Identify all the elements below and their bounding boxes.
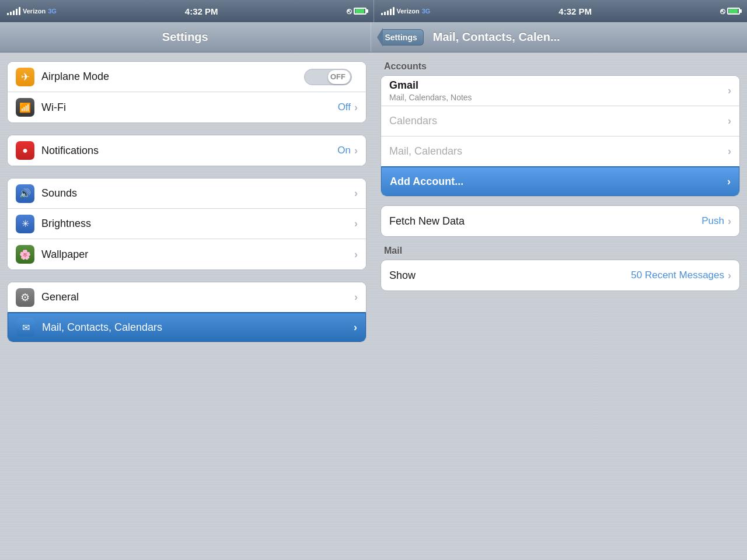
battery-left <box>354 8 366 15</box>
fetch-new-data-chevron: › <box>728 215 731 228</box>
status-bar: Verizon 3G 4:32 PM ⎋ Verizon 3G 4:32 PM … <box>0 0 747 22</box>
brightness-chevron: › <box>354 218 358 230</box>
airplane-mode-toggle[interactable]: OFF <box>304 69 352 85</box>
accounts-group: Gmail Mail, Calendars, Notes › Calendars… <box>381 75 740 197</box>
wifi-icon: 📶 <box>16 98 34 117</box>
bluetooth-icon-left: ⎋ <box>347 6 351 16</box>
fetch-group: Fetch New Data Push › <box>381 205 740 237</box>
mail-calendars-title: Mail, Calendars <box>389 145 728 158</box>
add-account-chevron: › <box>727 176 731 188</box>
calendars-chevron: › <box>728 115 731 127</box>
wallpaper-row[interactable]: 🌸 Wallpaper › <box>8 239 366 270</box>
left-panel: ✈ Airplane Mode OFF 📶 Wi-Fi Off › <box>0 52 374 560</box>
wallpaper-chevron: › <box>354 249 358 261</box>
status-bar-right: Verizon 3G 4:32 PM ⎋ <box>374 0 748 22</box>
back-button[interactable]: Settings <box>377 28 424 47</box>
carrier-left: Verizon <box>23 8 46 15</box>
nav-title-mail: Mail, Contacts, Calen... <box>433 30 560 44</box>
wifi-chevron: › <box>354 102 358 114</box>
show-row[interactable]: Show 50 Recent Messages › <box>381 260 739 290</box>
settings-group-2: ● Notifications On › <box>7 135 366 166</box>
add-account-title: Add Account... <box>390 176 727 188</box>
airplane-mode-row[interactable]: ✈ Airplane Mode OFF <box>8 62 366 92</box>
calendars-title: Calendars <box>389 115 728 127</box>
nav-left: Settings <box>0 22 371 52</box>
show-title: Show <box>389 270 631 282</box>
notifications-chevron: › <box>354 145 358 157</box>
time-right: 4:32 PM <box>430 6 720 16</box>
show-value: 50 Recent Messages <box>631 270 724 281</box>
mail-contacts-chevron: › <box>354 321 357 334</box>
brightness-label: Brightness <box>41 218 354 230</box>
mail-contacts-label: Mail, Contacts, Calendars <box>42 321 354 334</box>
sounds-chevron: › <box>354 187 358 200</box>
left-signal: Verizon 3G <box>7 7 57 15</box>
gmail-subtitle: Mail, Calendars, Notes <box>389 93 728 102</box>
show-chevron: › <box>728 270 731 282</box>
main-content: ✈ Airplane Mode OFF 📶 Wi-Fi Off › <box>0 52 747 560</box>
toggle-off-text: OFF <box>330 72 345 81</box>
status-bar-left: Verizon 3G 4:32 PM ⎋ <box>0 0 374 22</box>
battery-right <box>727 8 740 15</box>
back-arrow <box>377 28 383 47</box>
mail-contacts-row[interactable]: ✉ Mail, Contacts, Calendars › <box>7 312 366 342</box>
wifi-row[interactable]: 📶 Wi-Fi Off › <box>8 92 366 123</box>
bluetooth-icon-right: ⎋ <box>720 6 725 16</box>
mail-group: Show 50 Recent Messages › <box>381 260 740 291</box>
signal-bars-left <box>7 7 20 15</box>
left-signal-right: Verizon 3G <box>381 7 431 15</box>
sounds-icon: 🔊 <box>16 184 34 203</box>
nav-right: Settings Mail, Contacts, Calen... <box>371 22 748 52</box>
settings-group-4: ⚙ General › ✉ Mail, Contacts, Calendars … <box>7 282 366 342</box>
wallpaper-icon: 🌸 <box>16 245 34 264</box>
settings-group-1: ✈ Airplane Mode OFF 📶 Wi-Fi Off › <box>7 61 366 123</box>
calendars-row[interactable]: Calendars › <box>381 106 739 136</box>
notifications-label: Notifications <box>41 145 337 157</box>
airplane-mode-label: Airplane Mode <box>41 71 304 83</box>
right-icons-right: ⎋ <box>720 6 740 16</box>
time-left: 4:32 PM <box>57 6 347 16</box>
back-label[interactable]: Settings <box>383 29 424 46</box>
fetch-new-data-title: Fetch New Data <box>389 215 701 228</box>
gmail-title: Gmail <box>389 79 728 92</box>
general-chevron: › <box>354 291 358 303</box>
fetch-new-data-row[interactable]: Fetch New Data Push › <box>381 206 739 236</box>
settings-group-3: 🔊 Sounds › ✳ Brightness › 🌸 Wallpaper › <box>7 178 366 270</box>
mail-icon: ✉ <box>16 318 35 337</box>
gmail-row[interactable]: Gmail Mail, Calendars, Notes › <box>381 76 739 106</box>
carrier-right: Verizon <box>397 8 420 15</box>
general-icon: ⚙ <box>16 288 34 307</box>
nav-title-settings: Settings <box>162 30 208 44</box>
sounds-row[interactable]: 🔊 Sounds › <box>8 178 366 209</box>
general-row[interactable]: ⚙ General › <box>8 282 366 313</box>
general-label: General <box>41 291 354 303</box>
brightness-icon: ✳ <box>16 215 34 233</box>
wifi-value: Off <box>338 102 351 113</box>
notifications-row[interactable]: ● Notifications On › <box>8 135 366 166</box>
network-right: 3G <box>422 8 431 15</box>
sounds-label: Sounds <box>41 187 354 200</box>
add-account-row[interactable]: Add Account... › <box>381 166 740 197</box>
airplane-mode-icon: ✈ <box>16 68 34 86</box>
gmail-chevron: › <box>728 85 731 97</box>
right-icons-left: ⎋ <box>347 6 366 16</box>
notifications-value: On <box>337 145 351 156</box>
fetch-new-data-value: Push <box>701 215 724 227</box>
mail-calendars-row[interactable]: Mail, Calendars › <box>381 136 739 167</box>
nav-bar: Settings Settings Mail, Contacts, Calen.… <box>0 22 747 52</box>
accounts-section-label: Accounts <box>381 61 740 75</box>
network-left: 3G <box>48 8 57 15</box>
signal-bars-right <box>381 7 395 15</box>
right-panel: Accounts Gmail Mail, Calendars, Notes › … <box>374 52 747 560</box>
mail-section-label: Mail <box>381 246 740 260</box>
mail-calendars-chevron: › <box>728 145 731 158</box>
brightness-row[interactable]: ✳ Brightness › <box>8 209 366 239</box>
wallpaper-label: Wallpaper <box>41 249 354 261</box>
wifi-label: Wi-Fi <box>41 102 338 114</box>
notifications-icon: ● <box>16 141 34 160</box>
